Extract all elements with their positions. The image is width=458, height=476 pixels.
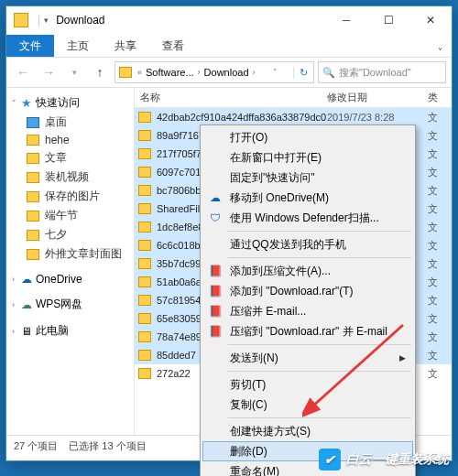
ribbon-tab-home[interactable]: 主页 xyxy=(54,35,102,57)
ctx-qq-send[interactable]: 通过QQ发送到我的手机 xyxy=(202,234,413,254)
folder-icon xyxy=(138,295,151,306)
sidebar-item-video[interactable]: 装机视频 xyxy=(6,168,134,187)
sidebar-onedrive[interactable]: › ☁ OneDrive xyxy=(6,271,134,287)
qat-sep: | xyxy=(38,14,40,27)
maximize-button[interactable]: ☐ xyxy=(367,6,409,34)
sidebar-item-label: 端午节 xyxy=(45,208,78,223)
sidebar-item-qixi[interactable]: 七夕 xyxy=(6,225,134,244)
address-dropdown-icon[interactable]: ˅ xyxy=(271,68,279,77)
column-header-type[interactable]: 类 xyxy=(428,91,452,104)
cloud-icon: ☁ xyxy=(208,190,223,205)
ctx-copy[interactable]: 复制(C) xyxy=(202,395,413,415)
ctx-label: 复制(C) xyxy=(230,397,267,413)
folder-icon xyxy=(138,276,151,287)
menu-separator xyxy=(228,231,411,232)
archive-icon: 📕 xyxy=(208,264,223,278)
sidebar-item-hehe[interactable]: hehe xyxy=(6,132,134,148)
sidebar-item-label: 桌面 xyxy=(45,114,67,130)
sidebar-label: OneDrive xyxy=(36,273,82,286)
sidebar-quick-access[interactable]: ˅ ★ 快速访问 xyxy=(6,93,134,113)
sidebar-item-label: 文章 xyxy=(45,150,67,166)
shield-icon: 🛡 xyxy=(208,211,223,225)
menu-separator xyxy=(228,344,411,345)
sidebar-wps[interactable]: › ☁ WPS网盘 xyxy=(6,295,134,314)
ctx-open-new-window[interactable]: 在新窗口中打开(E) xyxy=(202,147,413,168)
sidebar-label: WPS网盘 xyxy=(36,297,82,312)
status-selected-count: 已选择 13 个项目 xyxy=(69,439,146,453)
close-button[interactable]: ✕ xyxy=(409,6,452,34)
file-date: 2019/7/23 8:28 xyxy=(327,112,428,123)
file-type: 文 xyxy=(428,312,452,326)
status-item-count: 27 个项目 xyxy=(14,439,58,453)
column-header-name[interactable]: 名称 xyxy=(135,91,327,104)
ctx-move-onedrive[interactable]: ☁移动到 OneDrive(M) xyxy=(202,188,413,208)
chevron-right-icon[interactable]: › xyxy=(196,68,202,77)
chevron-right-icon[interactable]: › xyxy=(12,300,21,309)
menu-separator xyxy=(228,417,411,418)
nav-history-icon[interactable]: ▾ xyxy=(63,61,85,83)
ctx-send-to[interactable]: 发送到(N)▶ xyxy=(202,348,413,368)
folder-icon xyxy=(138,112,151,123)
folder-icon xyxy=(138,203,151,214)
search-icon: 🔍 xyxy=(322,67,335,79)
sidebar-item-articles[interactable]: 文章 xyxy=(6,148,134,168)
column-headers: 名称 修改日期 类 xyxy=(135,88,452,108)
file-type: 文 xyxy=(428,202,452,216)
ribbon-expand-icon[interactable]: ˅ xyxy=(429,47,452,57)
minimize-button[interactable]: ─ xyxy=(325,6,367,34)
ctx-compress-rar-email[interactable]: 📕压缩到 "Download.rar" 并 E-mail xyxy=(202,321,413,341)
folder-icon xyxy=(138,350,151,361)
sidebar-item-label: 七夕 xyxy=(45,227,67,243)
folder-icon xyxy=(138,313,151,324)
ctx-defender-scan[interactable]: 🛡使用 Windows Defender扫描... xyxy=(202,208,413,228)
sidebar-item-desktop[interactable]: 桌面 xyxy=(6,113,134,132)
ctx-compress-email[interactable]: 📕压缩并 E-mail... xyxy=(202,301,413,321)
file-row[interactable]: 42dbab2cf910a424dffa836a33879dc0 2019/7/… xyxy=(135,108,452,126)
breadcrumb-seg-2[interactable]: Download xyxy=(202,67,251,78)
chevron-right-icon[interactable]: › xyxy=(12,327,21,336)
breadcrumb[interactable]: « Software... › Download › ˅ ↻ xyxy=(114,61,314,83)
folder-icon xyxy=(27,172,39,183)
star-icon: ★ xyxy=(21,96,32,110)
sidebar-item-duanwu[interactable]: 端午节 xyxy=(6,206,134,225)
ribbon-tab-share[interactable]: 共享 xyxy=(102,35,149,57)
sidebar-label: 快速访问 xyxy=(36,95,80,111)
chevron-down-icon[interactable]: ˅ xyxy=(12,99,21,108)
watermark-text: 白云一键重装系统 xyxy=(346,451,449,468)
search-input[interactable]: 🔍 搜索"Download" xyxy=(318,61,446,83)
sidebar-item-saved-pics[interactable]: 保存的图片 xyxy=(6,187,134,206)
folder-icon xyxy=(27,135,39,146)
ribbon-file-tab[interactable]: 文件 xyxy=(6,35,54,57)
ctx-cut[interactable]: 剪切(T) xyxy=(202,374,413,395)
breadcrumb-seg-1[interactable]: Software... xyxy=(144,67,196,78)
chevron-right-icon[interactable]: › xyxy=(251,68,257,77)
folder-icon xyxy=(27,191,39,202)
sidebar-item-label: hehe xyxy=(45,134,70,146)
ctx-create-shortcut[interactable]: 创建快捷方式(S) xyxy=(202,421,413,441)
file-type: 文 xyxy=(428,257,452,271)
file-type: 文 xyxy=(428,129,452,143)
title-bar: | ▾ Download ─ ☐ ✕ xyxy=(6,6,452,34)
ctx-pin-quick-access[interactable]: 固定到"快速访问" xyxy=(202,168,413,188)
sidebar-item-covers[interactable]: 外推文章封面图 xyxy=(6,244,134,264)
refresh-button[interactable]: ↻ xyxy=(293,67,313,79)
ctx-label: 移动到 OneDrive(M) xyxy=(230,190,329,206)
chevron-right-icon[interactable]: « xyxy=(136,68,144,77)
ctx-add-archive[interactable]: 📕添加到压缩文件(A)... xyxy=(202,261,413,281)
file-type: 文 xyxy=(428,294,452,308)
nav-up-button[interactable]: ↑ xyxy=(89,61,111,83)
ctx-open[interactable]: 打开(O) xyxy=(202,127,413,147)
folder-icon xyxy=(27,153,39,164)
qat-dropdown-icon[interactable]: ▾ xyxy=(44,16,49,25)
nav-back-button[interactable]: ← xyxy=(12,61,34,83)
sidebar-this-pc[interactable]: › 🖥 此电脑 xyxy=(6,321,134,341)
context-menu: 打开(O) 在新窗口中打开(E) 固定到"快速访问" ☁移动到 OneDrive… xyxy=(200,124,416,476)
folder-icon xyxy=(138,240,151,251)
ctx-label: 添加到压缩文件(A)... xyxy=(230,264,331,279)
folder-icon xyxy=(27,211,39,222)
column-header-date[interactable]: 修改日期 xyxy=(327,91,428,104)
ctx-label: 剪切(T) xyxy=(230,377,266,393)
ctx-add-rar[interactable]: 📕添加到 "Download.rar"(T) xyxy=(202,281,413,301)
ribbon-tab-view[interactable]: 查看 xyxy=(149,35,197,57)
chevron-right-icon[interactable]: › xyxy=(12,275,21,284)
